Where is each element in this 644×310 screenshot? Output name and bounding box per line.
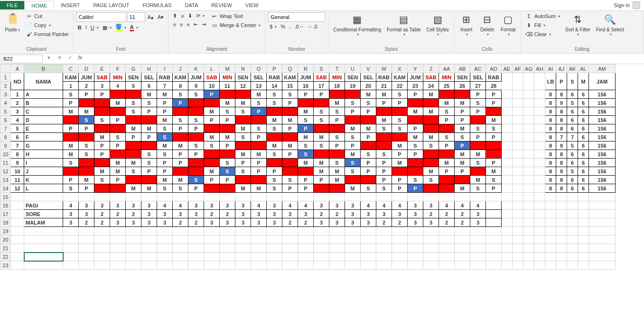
date-header[interactable]: 24 bbox=[423, 82, 439, 90]
summary-cell[interactable]: 3 bbox=[361, 210, 376, 218]
col-header-D[interactable]: D bbox=[79, 65, 94, 73]
schedule-cell[interactable]: P bbox=[157, 99, 173, 107]
sum-cell[interactable]: 8 bbox=[556, 176, 567, 184]
schedule-cell[interactable]: M bbox=[94, 167, 110, 176]
schedule-cell[interactable]: O bbox=[251, 141, 267, 150]
schedule-cell[interactable]: M bbox=[204, 133, 220, 141]
merge-center-button[interactable]: ▭Merge & Center bbox=[209, 21, 262, 29]
day-header[interactable]: SEN bbox=[455, 73, 470, 82]
schedule-cell[interactable]: S bbox=[267, 150, 282, 159]
sum-cell[interactable]: 156 bbox=[589, 176, 616, 184]
row-header-23[interactable]: 23 bbox=[0, 261, 11, 270]
schedule-cell[interactable]: O bbox=[376, 133, 392, 141]
sum-cell[interactable]: 8 bbox=[556, 124, 567, 133]
date-header[interactable]: 7 bbox=[157, 82, 173, 90]
cell-name[interactable]: E bbox=[24, 124, 63, 133]
summary-cell[interactable]: 3 bbox=[110, 201, 126, 210]
p-header[interactable]: P bbox=[556, 73, 567, 90]
schedule-cell[interactable]: O bbox=[298, 99, 314, 107]
day-header[interactable]: SAB bbox=[94, 73, 110, 82]
schedule-cell[interactable]: P bbox=[486, 90, 502, 99]
schedule-cell[interactable]: P bbox=[298, 176, 314, 184]
schedule-cell[interactable]: O bbox=[173, 133, 188, 141]
schedule-cell[interactable]: S bbox=[157, 124, 173, 133]
schedule-cell[interactable]: S bbox=[188, 176, 204, 184]
sum-cell[interactable]: 8 bbox=[545, 167, 556, 176]
schedule-cell[interactable]: P bbox=[486, 99, 502, 107]
schedule-cell[interactable]: O bbox=[126, 90, 141, 99]
schedule-cell[interactable]: O bbox=[486, 141, 502, 150]
schedule-cell[interactable]: O bbox=[376, 107, 392, 116]
day-header[interactable]: JUM bbox=[188, 73, 204, 82]
schedule-cell[interactable]: S bbox=[314, 107, 329, 116]
schedule-cell[interactable]: P bbox=[392, 150, 408, 159]
col-header-O[interactable]: O bbox=[251, 65, 267, 73]
sign-in[interactable]: Sign in bbox=[610, 0, 644, 10]
schedule-cell[interactable]: M bbox=[408, 133, 423, 141]
schedule-cell[interactable]: O bbox=[220, 124, 235, 133]
schedule-cell[interactable]: P bbox=[141, 167, 157, 176]
sum-cell[interactable]: 6 bbox=[578, 167, 589, 176]
cell-no[interactable]: 8 bbox=[11, 150, 24, 159]
schedule-cell[interactable]: M bbox=[439, 99, 455, 107]
schedule-cell[interactable]: S bbox=[470, 184, 486, 193]
col-header-AI[interactable]: AI bbox=[545, 65, 556, 73]
col-header-L[interactable]: L bbox=[204, 65, 220, 73]
col-header-B[interactable]: B bbox=[24, 65, 63, 73]
cell-name[interactable]: B bbox=[24, 99, 63, 107]
day-header[interactable]: MIN bbox=[220, 73, 235, 82]
schedule-cell[interactable]: S bbox=[470, 159, 486, 167]
schedule-cell[interactable]: S bbox=[376, 124, 392, 133]
schedule-cell[interactable]: P bbox=[455, 107, 470, 116]
row-header-16[interactable]: 16 bbox=[0, 201, 11, 210]
schedule-cell[interactable]: O bbox=[235, 141, 251, 150]
formula-input[interactable] bbox=[85, 55, 644, 63]
summary-cell[interactable]: 2 bbox=[298, 218, 314, 227]
schedule-cell[interactable]: O bbox=[110, 124, 126, 133]
schedule-cell[interactable]: O bbox=[220, 184, 235, 193]
schedule-cell[interactable]: P bbox=[486, 133, 502, 141]
schedule-cell[interactable]: S bbox=[79, 150, 94, 159]
cell-no[interactable]: 9 bbox=[11, 159, 24, 167]
schedule-cell[interactable]: P bbox=[470, 90, 486, 99]
schedule-cell[interactable]: P bbox=[408, 150, 423, 159]
schedule-cell[interactable]: O bbox=[94, 107, 110, 116]
schedule-cell[interactable]: M bbox=[486, 167, 502, 176]
schedule-cell[interactable]: P bbox=[79, 90, 94, 99]
sum-cell[interactable]: 6 bbox=[578, 159, 589, 167]
schedule-cell[interactable]: M bbox=[79, 176, 94, 184]
schedule-cell[interactable]: M bbox=[470, 176, 486, 184]
col-header-I[interactable]: I bbox=[157, 65, 173, 73]
sum-cell[interactable]: 5 bbox=[567, 167, 578, 176]
col-header-W[interactable]: W bbox=[376, 65, 392, 73]
schedule-cell[interactable]: M bbox=[392, 141, 408, 150]
schedule-cell[interactable]: S bbox=[220, 159, 235, 167]
day-header[interactable]: KAM bbox=[63, 73, 79, 82]
schedule-cell[interactable]: P bbox=[204, 116, 220, 124]
tab-formulas[interactable]: FORMULAS bbox=[136, 1, 178, 9]
schedule-cell[interactable]: P bbox=[63, 176, 79, 184]
schedule-cell[interactable]: O bbox=[282, 133, 298, 141]
col-header-AJ[interactable]: AJ bbox=[556, 65, 567, 73]
summary-cell[interactable]: 4 bbox=[439, 201, 455, 210]
schedule-cell[interactable]: P bbox=[251, 167, 267, 176]
tab-file[interactable]: FILE bbox=[0, 1, 24, 9]
col-header-AK[interactable]: AK bbox=[567, 65, 578, 73]
schedule-cell[interactable]: S bbox=[94, 116, 110, 124]
sum-cell[interactable]: 6 bbox=[578, 184, 589, 193]
cell-nama-header[interactable]: NAMA bbox=[24, 73, 63, 90]
summary-cell[interactable]: 3 bbox=[470, 218, 486, 227]
schedule-cell[interactable]: P bbox=[376, 176, 392, 184]
sum-cell[interactable]: 6 bbox=[567, 90, 578, 99]
summary-cell[interactable]: 3 bbox=[298, 210, 314, 218]
summary-cell[interactable]: 2 bbox=[126, 210, 141, 218]
schedule-cell[interactable]: P bbox=[204, 90, 220, 99]
schedule-cell[interactable]: S bbox=[408, 141, 423, 150]
schedule-cell[interactable]: P bbox=[110, 116, 126, 124]
schedule-cell[interactable]: P bbox=[94, 90, 110, 99]
schedule-cell[interactable]: P bbox=[126, 133, 141, 141]
summary-cell[interactable]: 4 bbox=[251, 201, 267, 210]
sum-cell[interactable]: 9 bbox=[556, 167, 567, 176]
schedule-cell[interactable]: P bbox=[235, 159, 251, 167]
schedule-cell[interactable]: O bbox=[79, 99, 94, 107]
